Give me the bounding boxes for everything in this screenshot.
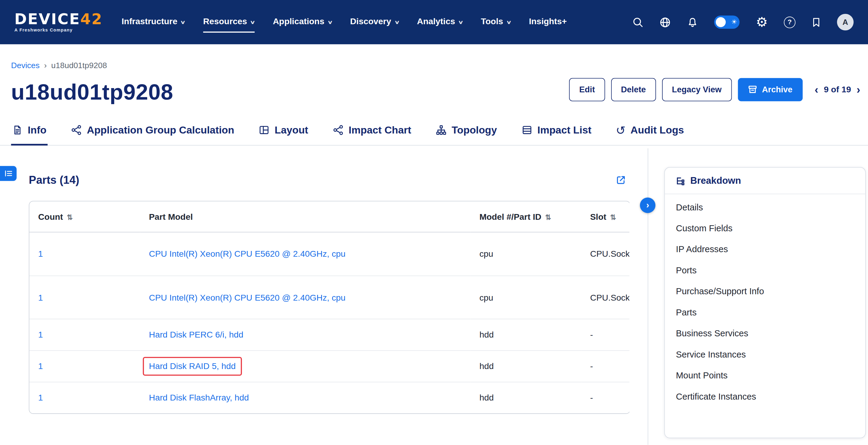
header-icon-cluster: ☀ ⚙ ? A — [632, 14, 854, 31]
tab-impact-chart[interactable]: Impact Chart — [331, 117, 412, 145]
sidebar-item-mount-points[interactable]: Mount Points — [665, 365, 865, 386]
prev-device-button[interactable]: ‹ — [815, 84, 818, 95]
device42-logo[interactable]: DEVICE42 A Freshworks Company — [14, 11, 103, 32]
nav-item-discovery[interactable]: Discovery ∨ — [350, 11, 399, 32]
sidebar-item-details[interactable]: Details — [665, 197, 865, 218]
sidebar-item-service-instances[interactable]: Service Instances — [665, 344, 865, 365]
column-count: Count⇅ — [29, 201, 140, 232]
breadcrumb: Devices › u18ud01tp9208 — [11, 61, 107, 70]
share-icon — [71, 124, 82, 136]
delete-button[interactable]: Delete — [611, 78, 656, 101]
nav-item-applications[interactable]: Applications ∨ — [273, 11, 332, 32]
part-model-link[interactable]: Hard Disk RAID 5, hdd — [149, 361, 236, 371]
chevron-down-icon: ∨ — [180, 20, 186, 25]
list-panel-icon — [4, 170, 12, 177]
bell-icon[interactable] — [687, 17, 699, 28]
slot-value: - — [590, 330, 593, 339]
document-icon — [12, 124, 23, 136]
slot-value: CPU.Sock — [590, 249, 629, 258]
sort-icon[interactable]: ⇅ — [545, 213, 551, 221]
model-part-id: hdd — [479, 330, 494, 339]
part-model-link[interactable]: Hard Disk PERC 6/i, hdd — [149, 330, 244, 339]
nav-item-analytics[interactable]: Analytics ∨ — [417, 11, 463, 32]
sort-icon[interactable]: ⇅ — [67, 213, 73, 221]
table-row: 1 CPU Intel(R) Xeon(R) CPU E5620 @ 2.40G… — [29, 232, 629, 276]
topology-icon — [435, 124, 447, 136]
bookmark-icon[interactable] — [812, 17, 821, 28]
chevron-down-icon: ∨ — [328, 20, 333, 25]
table-header-row: Count⇅ Part Model Model #/Part ID⇅ Slot⇅ — [29, 201, 629, 232]
column-model-part-id: Model #/Part ID⇅ — [471, 201, 582, 232]
table-row: 1 Hard Disk FlashArray, hdd hdd - — [29, 382, 629, 413]
part-count-link[interactable]: 1 — [38, 393, 43, 402]
chevron-down-icon: ∨ — [250, 20, 255, 25]
parts-header: Parts (14) — [29, 174, 629, 187]
chevron-down-icon: ∨ — [458, 20, 463, 25]
globe-icon[interactable] — [660, 17, 671, 28]
parts-title: Parts (14) — [29, 174, 79, 187]
external-link-icon[interactable] — [616, 175, 626, 186]
column-slot: Slot⇅ — [581, 201, 629, 232]
panel-divider — [648, 148, 648, 445]
model-part-id: cpu — [479, 249, 493, 258]
next-device-button[interactable]: › — [857, 84, 860, 95]
edit-button[interactable]: Edit — [569, 78, 605, 101]
part-count-link[interactable]: 1 — [38, 330, 43, 339]
pagination-label: 9 of 19 — [824, 85, 851, 94]
tab-info[interactable]: Info — [11, 117, 48, 145]
sidebar-item-business-services[interactable]: Business Services — [665, 323, 865, 344]
tab-impact-list[interactable]: Impact List — [520, 117, 593, 145]
nav-item-tools[interactable]: Tools ∨ — [481, 11, 510, 32]
sidebar-item-purchase-support-info[interactable]: Purchase/Support Info — [665, 281, 865, 302]
nav-item-insights[interactable]: Insights+ — [529, 11, 567, 32]
logo-wordmark: DEVICE42 — [14, 11, 103, 26]
tab-layout[interactable]: Layout — [257, 117, 309, 145]
avatar[interactable]: A — [837, 14, 854, 31]
part-count-link[interactable]: 1 — [38, 292, 43, 302]
toggle-knob — [716, 17, 726, 27]
gear-icon[interactable]: ⚙ — [756, 15, 768, 29]
breakdown-panel: Breakdown Details Custom Fields IP Addre… — [664, 167, 866, 438]
model-part-id: cpu — [479, 292, 493, 302]
top-navigation-bar: DEVICE42 A Freshworks Company Infrastruc… — [0, 0, 868, 44]
layout-icon — [259, 124, 270, 136]
chevron-down-icon: ∨ — [506, 20, 512, 25]
device42-device-page: DEVICE42 A Freshworks Company Infrastruc… — [0, 0, 868, 445]
sidebar-item-ports[interactable]: Ports — [665, 260, 865, 281]
search-icon[interactable] — [632, 17, 644, 28]
sort-icon[interactable]: ⇅ — [610, 213, 616, 221]
collapse-panel-button[interactable]: › — [640, 198, 655, 213]
chevron-down-icon: ∨ — [394, 20, 400, 25]
part-model-link[interactable]: Hard Disk FlashArray, hdd — [149, 393, 249, 402]
device-pagination: ‹ 9 of 19 › — [815, 84, 861, 95]
part-model-link[interactable]: CPU Intel(R) Xeon(R) CPU E5620 @ 2.40GHz… — [149, 292, 346, 302]
slot-value: - — [590, 393, 593, 402]
archive-button[interactable]: Archive — [738, 78, 803, 101]
tab-application-group-calculation[interactable]: Application Group Calculation — [70, 117, 235, 145]
sidebar-item-ip-addresses[interactable]: IP Addresses — [665, 239, 865, 260]
part-model-link[interactable]: CPU Intel(R) Xeon(R) CPU E5620 @ 2.40GHz… — [149, 249, 346, 258]
breadcrumb-current: u18ud01tp9208 — [51, 61, 107, 70]
theme-toggle[interactable]: ☀ — [714, 15, 740, 29]
help-icon[interactable]: ? — [784, 17, 795, 28]
tab-audit-logs[interactable]: ↺ Audit Logs — [615, 117, 685, 145]
table-row: 1 CPU Intel(R) Xeon(R) CPU E5620 @ 2.40G… — [29, 276, 629, 319]
list-icon — [521, 124, 532, 136]
logo-accent: 42 — [80, 10, 103, 28]
legacy-view-button[interactable]: Legacy View — [662, 78, 732, 101]
tab-topology[interactable]: Topology — [435, 117, 498, 145]
sidebar-item-custom-fields[interactable]: Custom Fields — [665, 218, 865, 239]
model-part-id: hdd — [479, 361, 494, 371]
sidebar-item-parts[interactable]: Parts — [665, 302, 865, 323]
part-count-link[interactable]: 1 — [38, 249, 43, 258]
part-count-link[interactable]: 1 — [38, 361, 43, 371]
sidebar-item-certificate-instances[interactable]: Certificate Instances — [665, 386, 865, 407]
breadcrumb-devices-link[interactable]: Devices — [11, 61, 40, 70]
side-panel-flag-button[interactable] — [0, 166, 17, 181]
parts-table: Count⇅ Part Model Model #/Part ID⇅ Slot⇅… — [29, 201, 629, 414]
page-title: u18ud01tp9208 — [11, 80, 173, 104]
nav-item-infrastructure[interactable]: Infrastructure ∨ — [121, 11, 185, 32]
content-area: Parts (14) Count⇅ Part Model Model #/Par… — [0, 148, 868, 445]
archive-icon — [747, 85, 757, 94]
nav-item-resources[interactable]: Resources ∨ — [203, 11, 255, 32]
